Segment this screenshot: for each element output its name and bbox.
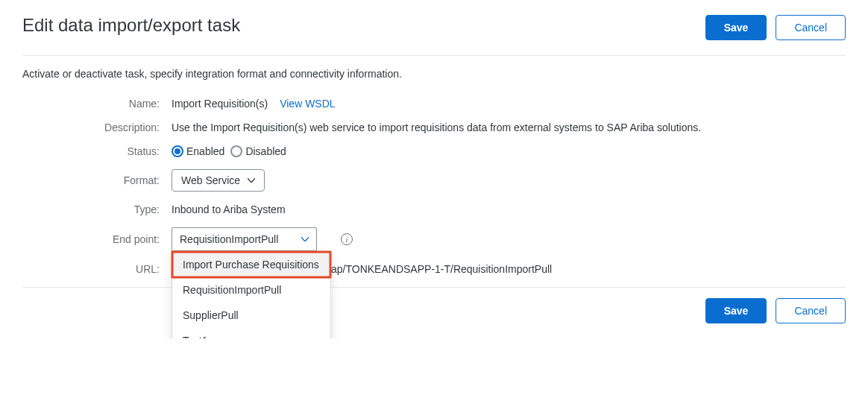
status-enabled-radio[interactable] [172, 145, 183, 157]
dropdown-option[interactable]: Test1 [172, 328, 330, 338]
save-button[interactable]: Save [705, 15, 767, 40]
endpoint-label: End point: [22, 233, 172, 245]
status-label: Status: [22, 145, 172, 157]
view-wsdl-link[interactable]: View WSDL [280, 98, 335, 110]
dropdown-option[interactable]: Import Purchase Requisitions [172, 252, 330, 277]
chevron-down-icon [248, 178, 255, 183]
name-label: Name: [22, 98, 172, 110]
header-button-group: Save Cancel [705, 15, 846, 40]
chevron-down-icon [301, 237, 309, 241]
name-value: Import Requisition(s) [172, 98, 268, 110]
dropdown-option[interactable]: RequisitionImportPull [172, 277, 330, 303]
save-button-footer[interactable]: Save [705, 298, 767, 323]
endpoint-select[interactable]: RequisitionImportPull [172, 227, 317, 251]
status-disabled-label: Disabled [245, 145, 286, 157]
footer-button-group: Save Cancel [705, 298, 846, 323]
endpoint-dropdown: Import Purchase Requisitions Requisition… [172, 251, 331, 338]
url-label: URL: [22, 263, 172, 275]
status-enabled-label: Enabled [186, 145, 224, 157]
dropdown-option[interactable]: SupplierPull [172, 303, 330, 328]
intro-text: Activate or deactivate task, specify int… [22, 68, 846, 80]
status-disabled-radio[interactable] [230, 145, 242, 157]
cancel-button-footer[interactable]: Cancel [776, 298, 846, 323]
type-label: Type: [22, 203, 172, 215]
type-value: Inbound to Ariba System [172, 203, 286, 215]
format-select-value: Web Service [181, 174, 240, 186]
url-value: ap/TONKEANDSAPP-1-T/RequisitionImportPul… [331, 263, 552, 275]
page-title: Edit data import/export task [22, 15, 240, 36]
format-select[interactable]: Web Service [172, 169, 265, 192]
info-icon[interactable]: i [341, 233, 353, 245]
endpoint-select-value: RequisitionImportPull [180, 233, 278, 245]
cancel-button[interactable]: Cancel [776, 15, 846, 40]
description-value: Use the Import Requisition(s) web servic… [172, 121, 701, 133]
format-label: Format: [22, 174, 172, 186]
description-label: Description: [22, 121, 172, 133]
